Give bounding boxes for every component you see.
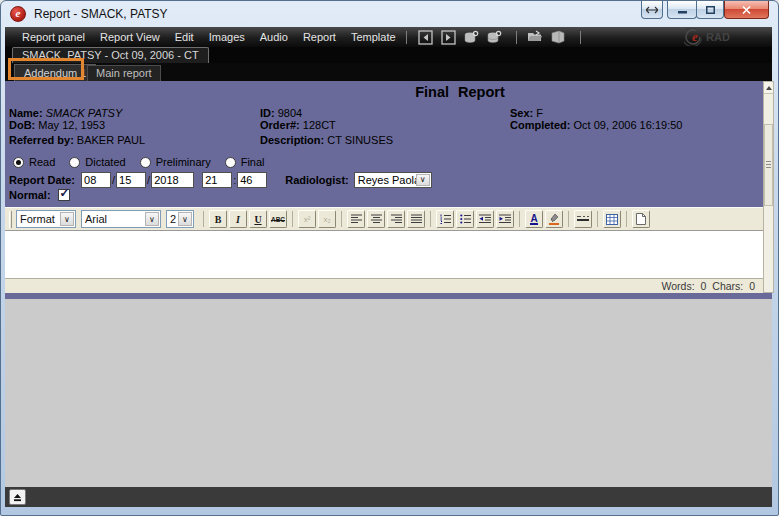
font-value: Arial bbox=[85, 213, 107, 225]
report-time-minute-input[interactable] bbox=[237, 172, 267, 188]
radiologist-dropdown[interactable]: Reyes Paola ∨ bbox=[354, 172, 432, 188]
unordered-list-button[interactable] bbox=[456, 210, 474, 228]
report-date-day-input[interactable] bbox=[116, 172, 146, 188]
radio-read[interactable]: Read bbox=[13, 156, 55, 168]
radio-dictated-label: Dictated bbox=[85, 156, 125, 168]
menu-images[interactable]: Images bbox=[209, 31, 245, 43]
toolbar-separator bbox=[568, 211, 569, 227]
date-separator: / bbox=[147, 174, 150, 186]
time-separator: : bbox=[233, 174, 236, 186]
tab-addendum-1[interactable]: Addendum 1 bbox=[14, 64, 96, 81]
align-left-button[interactable] bbox=[347, 210, 365, 228]
ordered-list-button[interactable] bbox=[436, 210, 454, 228]
menu-report-panel[interactable]: Report panel bbox=[22, 31, 85, 43]
erad-app-icon[interactable]: e bbox=[10, 6, 26, 22]
format-select[interactable]: Format∨ bbox=[16, 210, 76, 228]
strikethrough-button[interactable]: ABC bbox=[269, 210, 287, 228]
window-title: Report - SMACK, PATSY bbox=[34, 7, 168, 21]
chevron-down-icon[interactable]: ∨ bbox=[145, 212, 159, 226]
new-document-button[interactable] bbox=[632, 210, 650, 228]
underline-icon: U bbox=[254, 214, 261, 225]
report-date-month-input[interactable] bbox=[81, 172, 111, 188]
radio-dictated[interactable]: Dictated bbox=[69, 156, 125, 168]
indent-icon bbox=[499, 214, 511, 224]
font-select[interactable]: Arial∨ bbox=[81, 210, 161, 228]
date-separator: / bbox=[112, 174, 115, 186]
align-right-icon bbox=[391, 214, 402, 224]
report-heading: Final Report bbox=[415, 84, 505, 100]
chevron-down-icon[interactable]: ∨ bbox=[60, 212, 74, 226]
minimize-button[interactable] bbox=[667, 1, 697, 19]
menu-separator bbox=[406, 31, 407, 44]
menu-report[interactable]: Report bbox=[303, 31, 336, 43]
toolbar-grip[interactable] bbox=[9, 211, 12, 228]
radio-preliminary-label: Preliminary bbox=[156, 156, 211, 168]
subscript-icon: x₂ bbox=[323, 215, 330, 224]
radio-preliminary[interactable]: Preliminary bbox=[140, 156, 211, 168]
outdent-button[interactable] bbox=[476, 210, 494, 228]
font-color-icon: A bbox=[530, 214, 537, 225]
open-folder-icon[interactable] bbox=[527, 29, 544, 46]
underline-button[interactable]: U bbox=[249, 210, 267, 228]
referred-label: Referred by: bbox=[9, 134, 74, 146]
subscript-button[interactable]: x₂ bbox=[318, 210, 336, 228]
insert-table-button[interactable] bbox=[603, 210, 621, 228]
indent-button[interactable] bbox=[496, 210, 514, 228]
italic-button[interactable]: I bbox=[229, 210, 247, 228]
normal-row: Normal: ✓ bbox=[9, 189, 70, 201]
vertical-scrollbar[interactable] bbox=[763, 81, 774, 293]
id-value: 9804 bbox=[278, 107, 302, 119]
resize-button[interactable] bbox=[641, 1, 663, 19]
align-justify-button[interactable] bbox=[407, 210, 425, 228]
align-center-button[interactable] bbox=[367, 210, 385, 228]
eject-icon bbox=[13, 493, 22, 502]
report-date-year-input[interactable] bbox=[151, 172, 194, 188]
study-tab[interactable]: SMACK, PATSY - Oct 09, 2006 - CT bbox=[12, 47, 209, 63]
triangle-up-icon bbox=[766, 86, 772, 90]
scroll-up-button[interactable] bbox=[764, 82, 773, 94]
normal-checkbox[interactable]: ✓ bbox=[58, 189, 70, 201]
format-value: Format bbox=[20, 213, 55, 225]
scrollbar-thumb[interactable] bbox=[764, 124, 773, 206]
address-book-icon[interactable] bbox=[550, 29, 567, 46]
radio-preliminary-circle[interactable] bbox=[140, 157, 151, 168]
font-size-select[interactable]: 2∨ bbox=[166, 210, 194, 228]
report-form: Final Report Name: SMACK PATSY DoB: May … bbox=[5, 81, 763, 293]
next-report-icon[interactable] bbox=[440, 29, 457, 46]
radio-read-circle[interactable] bbox=[13, 157, 24, 168]
previous-report-icon[interactable] bbox=[417, 29, 434, 46]
highlight-color-icon bbox=[548, 213, 560, 225]
menu-report-view[interactable]: Report View bbox=[100, 31, 160, 43]
expand-panel-button[interactable] bbox=[9, 489, 26, 505]
superscript-button[interactable]: x² bbox=[298, 210, 316, 228]
editor-status-bar: Words: 0 Chars: 0 bbox=[5, 278, 763, 293]
radio-final-circle[interactable] bbox=[225, 157, 236, 168]
description-value: CT SINUSES bbox=[327, 134, 393, 146]
insert-table-icon bbox=[606, 214, 618, 225]
minimize-icon bbox=[678, 6, 687, 14]
chevron-down-icon[interactable]: ∨ bbox=[416, 174, 430, 186]
save-report-icon[interactable] bbox=[463, 29, 480, 46]
menu-edit[interactable]: Edit bbox=[175, 31, 194, 43]
toolbar-separator bbox=[292, 211, 293, 227]
align-right-button[interactable] bbox=[387, 210, 405, 228]
tab-main-report[interactable]: Main report bbox=[87, 65, 161, 81]
maximize-button[interactable] bbox=[696, 1, 724, 19]
highlight-color-button[interactable] bbox=[545, 210, 563, 228]
words-count: 0 bbox=[701, 280, 707, 292]
bold-button[interactable]: B bbox=[209, 210, 227, 228]
save-all-icon[interactable] bbox=[486, 29, 503, 46]
menu-audio[interactable]: Audio bbox=[260, 31, 288, 43]
chevron-down-icon[interactable]: ∨ bbox=[178, 212, 192, 226]
close-button[interactable] bbox=[724, 1, 769, 19]
radio-final[interactable]: Final bbox=[225, 156, 265, 168]
align-justify-icon bbox=[411, 214, 422, 224]
report-text-area[interactable] bbox=[5, 230, 763, 278]
menu-bar: Report panel Report View Edit Images Aud… bbox=[5, 27, 772, 47]
font-color-button[interactable]: A bbox=[525, 210, 543, 228]
study-tab-bar: SMACK, PATSY - Oct 09, 2006 - CT bbox=[5, 47, 772, 63]
radio-dictated-circle[interactable] bbox=[69, 157, 80, 168]
menu-template[interactable]: Template bbox=[351, 31, 396, 43]
report-time-hour-input[interactable] bbox=[202, 172, 232, 188]
horizontal-rule-button[interactable] bbox=[574, 210, 592, 228]
